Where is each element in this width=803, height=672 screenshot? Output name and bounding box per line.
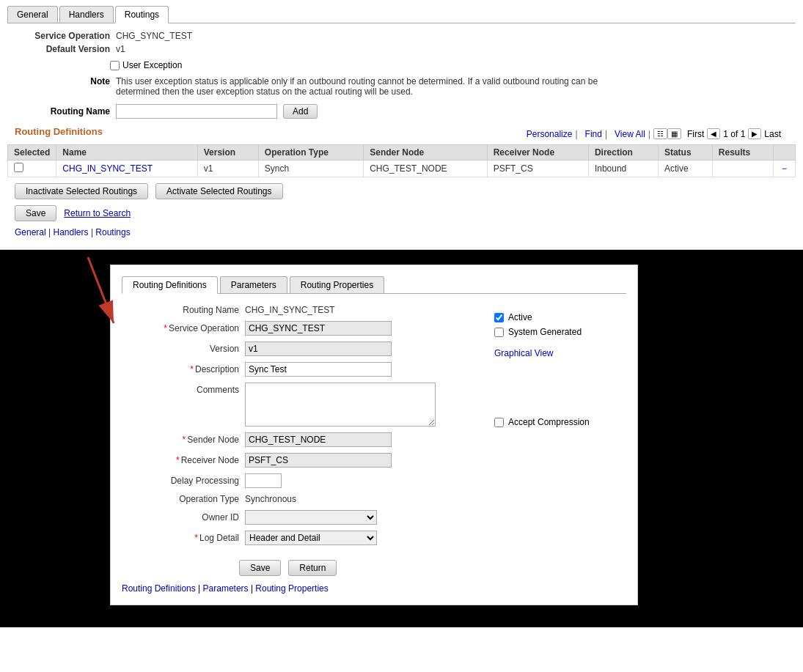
form-comments-label: Comments xyxy=(122,383,239,395)
lower-link-parameters[interactable]: Parameters xyxy=(203,583,249,594)
link-handlers[interactable]: Handlers xyxy=(54,227,89,237)
grid-toolbar: Personalize | Find | View All | ☷ ▦ Firs… xyxy=(522,128,788,139)
col-header-selected: Selected xyxy=(8,145,56,160)
save-return-row: Save Return to Search xyxy=(15,205,788,221)
cell-results xyxy=(712,160,773,177)
lower-save-row: Save Return xyxy=(239,560,626,576)
form-comments-textarea[interactable] xyxy=(245,383,436,427)
cell-name[interactable]: CHG_IN_SYNC_TEST xyxy=(56,160,197,177)
form-row-log-detail: Log Detail Header and Detail xyxy=(122,531,480,545)
form-row-version: Version xyxy=(122,341,480,356)
first-text: First xyxy=(687,129,704,139)
routing-name-link[interactable]: CHG_IN_SYNC_TEST xyxy=(62,163,153,174)
form-service-op-input[interactable] xyxy=(245,321,392,336)
form-row-description: Description xyxy=(122,362,480,377)
lower-tab-parameters[interactable]: Parameters xyxy=(220,276,287,293)
find-link[interactable]: Find xyxy=(585,129,602,139)
form-operation-type-label: Operation Type xyxy=(122,494,239,504)
form-owner-id-label: Owner ID xyxy=(122,512,239,523)
system-generated-label: System Generated xyxy=(508,327,582,337)
add-button[interactable]: Add xyxy=(283,104,318,119)
col-header-status: Status xyxy=(658,145,712,160)
default-version-row: Default Version v1 xyxy=(22,44,796,54)
lower-form-right: Active System Generated Graphical View A… xyxy=(494,305,626,551)
form-delay-processing-label: Delay Processing xyxy=(122,476,239,486)
last-text: Last xyxy=(764,129,781,139)
row-checkbox[interactable] xyxy=(14,163,23,172)
routing-name-input[interactable] xyxy=(116,104,277,119)
system-generated-checkbox[interactable] xyxy=(494,328,504,337)
service-operation-row: Service Operation CHG_SYNC_TEST xyxy=(22,31,796,41)
user-exception-row: User Exception xyxy=(110,60,796,70)
form-description-input[interactable] xyxy=(245,362,392,377)
accept-compression-label: Accept Compression xyxy=(508,417,590,427)
form-receiver-node-input[interactable] xyxy=(245,453,392,468)
routing-name-row: Routing Name Add xyxy=(22,104,796,119)
col-header-actions xyxy=(774,145,796,160)
col-header-name: Name xyxy=(56,145,197,160)
user-exception-checkbox[interactable] xyxy=(110,61,120,70)
info-table: Service Operation CHG_SYNC_TEST Default … xyxy=(22,31,796,54)
prev-page-btn[interactable]: ◀ xyxy=(707,128,720,139)
routing-definitions-heading: Routing Definitions xyxy=(15,126,103,137)
action-buttons: Inactivate Selected Routings Activate Se… xyxy=(15,183,788,199)
tab-general[interactable]: General xyxy=(7,6,58,23)
lower-form-content: Routing Name CHG_IN_SYNC_TEST Service Op… xyxy=(122,305,626,551)
col-header-receiver-node: Receiver Node xyxy=(487,145,588,160)
tab-handlers[interactable]: Handlers xyxy=(59,6,114,23)
form-delay-processing-input[interactable] xyxy=(245,473,282,488)
routing-name-label: Routing Name xyxy=(22,106,110,117)
cell-selected[interactable] xyxy=(8,160,56,177)
form-sender-node-label: Sender Node xyxy=(122,435,239,445)
form-owner-id-select[interactable] xyxy=(245,510,377,525)
grid-icon-1[interactable]: ☷ xyxy=(653,128,667,139)
lower-save-button[interactable]: Save xyxy=(239,560,281,576)
link-routings[interactable]: Routings xyxy=(95,227,130,237)
lower-tab-routing-definitions[interactable]: Routing Definitions xyxy=(122,276,218,294)
top-section: General Handlers Routings Service Operat… xyxy=(0,0,803,250)
activate-button[interactable]: Activate Selected Routings xyxy=(155,183,282,199)
form-operation-type-value: Synchronous xyxy=(245,494,296,504)
svg-line-1 xyxy=(88,257,114,323)
save-button[interactable]: Save xyxy=(15,205,56,221)
default-version-label: Default Version xyxy=(22,44,110,54)
grid-icon-2[interactable]: ▦ xyxy=(667,128,681,139)
lower-link-routing-properties[interactable]: Routing Properties xyxy=(255,583,328,594)
personalize-link[interactable]: Personalize xyxy=(527,129,573,139)
top-tabs: General Handlers Routings xyxy=(7,6,796,23)
system-generated-row: System Generated xyxy=(494,327,626,337)
lower-tab-routing-properties[interactable]: Routing Properties xyxy=(290,276,384,293)
tab-routings[interactable]: Routings xyxy=(115,6,169,23)
cell-minus[interactable]: − xyxy=(774,160,796,177)
lower-link-routing-definitions[interactable]: Routing Definitions xyxy=(122,583,196,594)
link-general[interactable]: General xyxy=(15,227,46,237)
lower-form-left: Routing Name CHG_IN_SYNC_TEST Service Op… xyxy=(122,305,480,551)
service-operation-label: Service Operation xyxy=(22,31,110,41)
bottom-links: General | Handlers | Routings xyxy=(15,227,788,237)
inactivate-button[interactable]: Inactivate Selected Routings xyxy=(15,183,148,199)
lower-bottom-links: Routing Definitions | Parameters | Routi… xyxy=(122,583,626,594)
accept-compression-checkbox[interactable] xyxy=(494,418,504,427)
lower-box: Routing Definitions Parameters Routing P… xyxy=(110,265,638,605)
lower-return-button[interactable]: Return xyxy=(288,560,337,576)
table-row: CHG_IN_SYNC_TEST v1 Synch CHG_TEST_NODE … xyxy=(8,160,796,177)
active-label: Active xyxy=(508,312,532,322)
form-sender-node-input[interactable] xyxy=(245,432,392,447)
return-to-search-link[interactable]: Return to Search xyxy=(64,208,131,218)
form-log-detail-select[interactable]: Header and Detail xyxy=(245,531,377,545)
cell-status: Active xyxy=(658,160,712,177)
active-checkbox[interactable] xyxy=(494,313,504,322)
form-version-input[interactable] xyxy=(245,341,392,356)
next-page-btn[interactable]: ▶ xyxy=(748,128,761,139)
view-all-link[interactable]: View All xyxy=(615,129,645,139)
form-row-service-op: Service Operation xyxy=(122,321,480,336)
cell-direction: Inbound xyxy=(588,160,658,177)
col-header-sender-node: Sender Node xyxy=(364,145,487,160)
form-row-owner-id: Owner ID xyxy=(122,510,480,525)
graphical-view-link[interactable]: Graphical View xyxy=(494,348,553,358)
col-header-operation-type: Operation Type xyxy=(258,145,363,160)
col-header-results: Results xyxy=(712,145,773,160)
page-info: 1 of 1 xyxy=(723,129,745,139)
form-row-comments: Comments xyxy=(122,383,480,427)
user-exception-label: User Exception xyxy=(122,60,182,70)
